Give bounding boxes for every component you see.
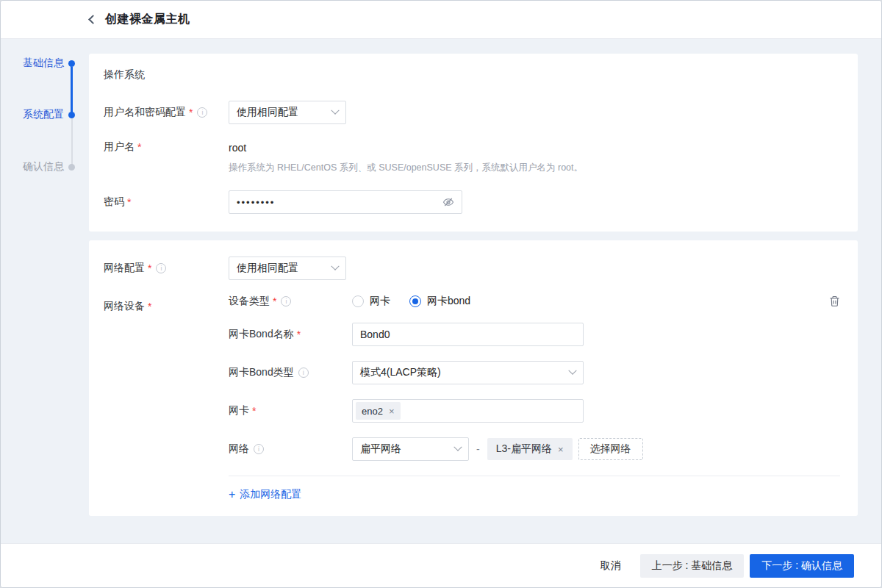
plus-icon: +: [229, 490, 235, 500]
required-mark: *: [127, 196, 131, 208]
label-text: 网络: [229, 442, 249, 456]
tag-text: eno2: [362, 406, 383, 417]
credential-mode-row: 用户名和密码配置 * i 使用相同配置: [104, 101, 840, 124]
footer-actions: 取消 上一步 : 基础信息 下一步 : 确认信息: [1, 543, 881, 587]
chevron-down-icon: [331, 107, 339, 115]
radio-option-nic-bond[interactable]: 网卡bond: [409, 295, 470, 308]
step-nav: 基础信息 系统配置 确认信息: [1, 39, 89, 543]
chevron-down-icon: [568, 367, 576, 375]
tag-close-icon[interactable]: ×: [558, 444, 564, 455]
label-text: 网卡: [229, 404, 249, 417]
network-label: 网络 i: [229, 442, 352, 456]
radio-icon-checked: [409, 295, 421, 307]
step-label: 系统配置: [1, 108, 64, 121]
nic-row: 网卡 * eno2 ×: [229, 399, 840, 423]
add-link-label: 添加网络配置: [240, 488, 301, 501]
password-masked-value: ••••••••: [237, 197, 442, 208]
username-label: 用户名 *: [104, 139, 229, 154]
network-config-row: 网络配置 * i 使用相同配置: [104, 257, 840, 280]
step-label: 基础信息: [1, 57, 64, 70]
device-type-label: 设备类型 * i: [229, 295, 352, 308]
add-network-config-link[interactable]: + 添加网络配置: [229, 488, 301, 501]
step-dot: [68, 164, 75, 171]
next-step-button[interactable]: 下一步 : 确认信息: [750, 554, 854, 578]
info-icon[interactable]: i: [156, 263, 166, 273]
info-icon[interactable]: i: [254, 444, 264, 454]
create-baremetal-host-page: 创建裸金属主机 基础信息 系统配置 确认信息 操作系统: [0, 0, 882, 588]
network-config-select[interactable]: 使用相同配置: [229, 257, 346, 280]
step-connector-done: [71, 67, 73, 114]
select-value: 使用相同配置: [237, 106, 332, 119]
step-dot: [68, 60, 75, 67]
choose-network-button[interactable]: 选择网络: [578, 438, 643, 460]
bond-name-field-wrap: [352, 323, 584, 346]
cancel-button[interactable]: 取消: [598, 554, 624, 578]
info-icon[interactable]: i: [298, 368, 309, 378]
radio-label: 网卡: [370, 295, 390, 308]
chevron-down-icon: [331, 262, 339, 270]
radio-option-nic[interactable]: 网卡: [352, 295, 390, 308]
password-label: 密码 *: [104, 196, 229, 209]
nic-label: 网卡 *: [229, 404, 352, 417]
network-tag: L3-扁平网络 ×: [487, 438, 573, 460]
os-card: 操作系统 用户名和密码配置 * i 使用相同配置 用户名 *: [89, 54, 858, 232]
os-section-title: 操作系统: [104, 68, 840, 82]
step-label: 确认信息: [1, 160, 64, 173]
step-confirm-info[interactable]: 确认信息: [1, 160, 75, 173]
select-value: 使用相同配置: [237, 262, 332, 275]
network-type-select[interactable]: 扁平网络: [352, 437, 469, 461]
back-icon[interactable]: [88, 15, 98, 24]
label-text: 用户名: [104, 140, 135, 154]
label-text: 密码: [104, 196, 124, 209]
content-area: 基础信息 系统配置 确认信息 操作系统 用户名和密码配置 *: [1, 39, 881, 543]
radio-icon: [352, 295, 364, 307]
label-text: 设备类型: [229, 295, 270, 308]
tag-text: L3-扁平网络: [496, 442, 552, 456]
label-text: 用户名和密码配置: [104, 106, 186, 119]
nic-multiselect-input[interactable]: eno2 ×: [352, 399, 584, 423]
username-row: 用户名 * root 操作系统为 RHEL/CentOS 系列、或 SUSE/o…: [104, 139, 840, 174]
bond-name-label: 网卡Bond名称 *: [229, 328, 352, 341]
password-input[interactable]: ••••••••: [229, 190, 462, 214]
bond-type-select[interactable]: 模式4(LACP策略): [352, 361, 584, 384]
label-text: 网卡Bond类型: [229, 366, 294, 379]
required-mark: *: [252, 405, 256, 417]
username-value-block: root 操作系统为 RHEL/CentOS 系列、或 SUSE/openSUS…: [229, 139, 583, 174]
step-dot: [68, 112, 75, 118]
bond-name-input[interactable]: [352, 323, 584, 346]
username-help-text: 操作系统为 RHEL/CentOS 系列、或 SUSE/openSUSE 系列，…: [229, 162, 583, 174]
separator-dash: -: [476, 443, 480, 455]
select-value: 扁平网络: [360, 442, 455, 456]
info-icon[interactable]: i: [197, 107, 207, 118]
chevron-down-icon: [453, 443, 462, 451]
bond-type-row: 网卡Bond类型 i 模式4(LACP策略): [229, 361, 840, 384]
tag-close-icon[interactable]: ×: [389, 406, 395, 417]
info-icon[interactable]: i: [281, 296, 291, 306]
required-mark: *: [148, 262, 151, 274]
network-card: 网络配置 * i 使用相同配置 网络设备 *: [89, 240, 858, 516]
step-system-config[interactable]: 系统配置: [1, 108, 75, 121]
page-title: 创建裸金属主机: [105, 12, 190, 27]
radio-label: 网卡bond: [427, 295, 470, 308]
label-text: 网卡Bond名称: [229, 328, 294, 341]
bond-name-row: 网卡Bond名称 *: [229, 323, 840, 346]
device-type-row: 设备类型 * i 网卡 网卡bond: [229, 295, 840, 308]
prev-step-button[interactable]: 上一步 : 基础信息: [640, 554, 745, 578]
nic-tag: eno2 ×: [356, 402, 401, 420]
step-basic-info[interactable]: 基础信息: [1, 57, 75, 70]
credential-mode-label: 用户名和密码配置 * i: [104, 106, 229, 119]
credential-mode-select[interactable]: 使用相同配置: [229, 101, 346, 124]
label-text: 网络配置: [104, 262, 145, 275]
required-mark: *: [148, 301, 151, 312]
network-device-label: 网络设备 *: [104, 295, 229, 313]
group-divider: [229, 476, 840, 476]
page-header: 创建裸金属主机: [1, 1, 881, 39]
required-mark: *: [273, 295, 276, 307]
eye-invisible-icon[interactable]: [442, 196, 454, 208]
network-row: 网络 i 扁平网络 - L3-扁平网络 ×: [229, 437, 840, 461]
label-text: 网络设备: [104, 300, 145, 313]
trash-icon[interactable]: [829, 295, 840, 307]
device-config-group: 设备类型 * i 网卡 网卡bond: [229, 295, 840, 501]
password-row: 密码 * ••••••••: [104, 190, 840, 214]
required-mark: *: [137, 141, 141, 153]
